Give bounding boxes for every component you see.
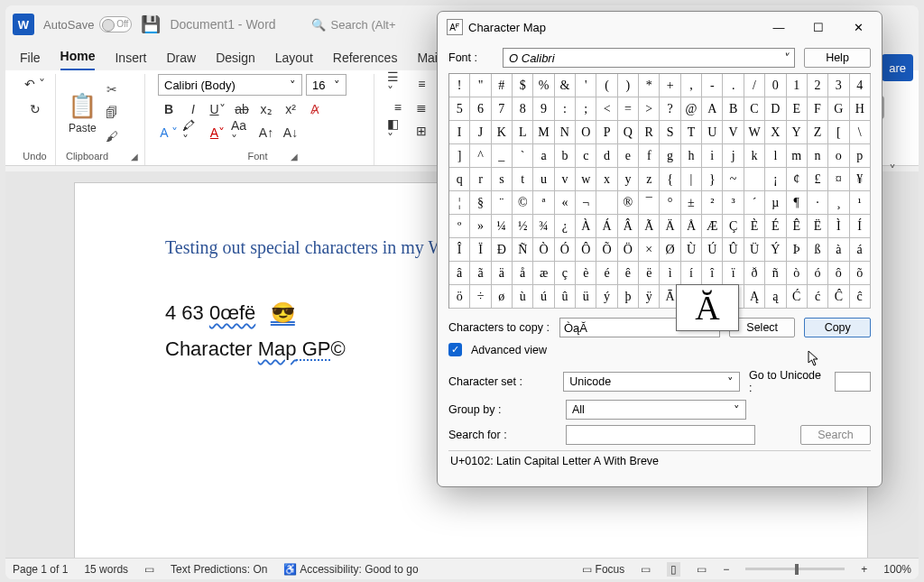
char-cell[interactable]: è [576, 262, 596, 285]
undo-button[interactable]: ↶ ˅ [24, 74, 46, 94]
char-cell[interactable]: y [618, 168, 639, 191]
char-cell[interactable]: Z [808, 121, 828, 144]
grow-font-button[interactable]: A↑ [255, 123, 277, 143]
char-cell[interactable]: å [513, 262, 533, 285]
char-cell[interactable]: ï [723, 262, 744, 285]
char-cell[interactable]: ö [449, 285, 470, 309]
char-cell[interactable]: % [533, 74, 554, 97]
char-cell[interactable]: u [533, 168, 554, 191]
char-cell[interactable]: · [808, 191, 828, 215]
char-cell[interactable]: ó [808, 262, 828, 285]
char-cell[interactable]: V [723, 121, 744, 144]
zoom-slider[interactable] [745, 568, 845, 570]
change-case-button[interactable]: Aa ˅ [231, 123, 253, 143]
bullets-button[interactable]: ☰ ˅ [387, 74, 409, 94]
char-cell[interactable]: 9 [533, 97, 554, 121]
clear-formatting-button[interactable]: A̷ [304, 99, 326, 119]
char-cell[interactable]: 7 [492, 97, 513, 121]
char-cell[interactable]: © [513, 191, 533, 215]
underline-button[interactable]: U ˅ [207, 99, 228, 119]
status-focus[interactable]: ▭ Focus [582, 563, 624, 576]
char-cell[interactable]: ¥ [850, 168, 871, 191]
char-cell[interactable]: * [639, 74, 660, 97]
char-cell[interactable]: 3 [828, 74, 849, 97]
char-cell[interactable]: ê [618, 262, 639, 285]
char-cell[interactable]: E [787, 97, 808, 121]
char-cell[interactable]: v [555, 168, 576, 191]
char-cell[interactable]: ³ [723, 191, 744, 215]
char-cell[interactable]: t [513, 168, 533, 191]
dialog-launcher-icon[interactable]: ◢ [131, 152, 138, 162]
zoom-in-button[interactable]: + [861, 563, 867, 576]
char-cell[interactable]: J [470, 121, 491, 144]
char-cell[interactable]: â [449, 262, 470, 285]
numbering-button[interactable]: ≡ [411, 74, 433, 94]
char-cell[interactable]: Ą [744, 285, 765, 309]
char-cell[interactable]: ? [660, 97, 680, 121]
char-cell[interactable]: " [470, 74, 491, 97]
char-cell[interactable]: n [808, 144, 828, 168]
char-cell[interactable]: ¬ [576, 191, 596, 215]
view-read-icon[interactable]: ▭ [641, 563, 651, 576]
char-cell[interactable]: Q [618, 121, 639, 144]
minimize-button[interactable]: — [759, 14, 799, 41]
char-cell[interactable]: ô [828, 262, 849, 285]
char-cell[interactable]: P [596, 121, 617, 144]
char-cell[interactable]: r [470, 168, 491, 191]
char-cell[interactable]: Ê [787, 215, 808, 238]
char-cell[interactable]: - [702, 74, 723, 97]
share-button[interactable]: are [882, 54, 913, 81]
char-cell[interactable]: ß [808, 238, 828, 262]
char-cell[interactable]: ñ [765, 262, 786, 285]
char-cell[interactable]: 0 [765, 74, 786, 97]
char-cell[interactable]: ù [513, 285, 533, 309]
char-cell[interactable]: ½ [513, 215, 533, 238]
status-proofing-icon[interactable]: ▭ [144, 563, 154, 576]
char-cell[interactable]: e [618, 144, 639, 168]
font-size-select[interactable]: 16˅ [306, 74, 346, 96]
char-cell[interactable]: \ [850, 121, 871, 144]
status-predictions[interactable]: Text Predictions: On [171, 563, 267, 576]
char-cell[interactable]: À [576, 215, 596, 238]
groupby-dropdown[interactable]: All˅ [566, 400, 746, 420]
char-cell[interactable]: Ù [681, 238, 702, 262]
char-cell[interactable]: q [449, 168, 470, 191]
char-cell[interactable]: ą [765, 285, 786, 309]
char-cell[interactable]: ¤ [828, 168, 849, 191]
char-cell[interactable]: ° [660, 191, 680, 215]
char-cell[interactable]: Ò [533, 238, 554, 262]
char-cell[interactable]: Ì [828, 215, 849, 238]
char-cell[interactable]: ú [533, 285, 554, 309]
char-cell[interactable]: Â [618, 215, 639, 238]
char-cell[interactable]: d [596, 144, 617, 168]
dialog-launcher-icon[interactable]: ◢ [291, 152, 298, 162]
char-cell[interactable]: ý [596, 285, 617, 309]
char-cell[interactable]: ¸ [828, 191, 849, 215]
char-cell[interactable]: Ñ [513, 238, 533, 262]
char-cell[interactable]: j [723, 144, 744, 168]
char-cell[interactable]: [ [828, 121, 849, 144]
char-cell[interactable]: ^ [470, 144, 491, 168]
char-cell[interactable]: Ë [808, 215, 828, 238]
italic-button[interactable]: I [182, 99, 204, 119]
char-cell[interactable]: ¯ [639, 191, 660, 215]
char-cell[interactable]: s [492, 168, 513, 191]
char-cell[interactable]: Î [449, 238, 470, 262]
char-cell[interactable]: ¨ [492, 191, 513, 215]
char-cell[interactable]: Ð [492, 238, 513, 262]
char-cell[interactable]: O [576, 121, 596, 144]
char-cell[interactable]: c [576, 144, 596, 168]
paste-button[interactable]: 📋 Paste [69, 91, 97, 134]
char-cell[interactable]: & [555, 74, 576, 97]
view-print-icon[interactable]: ▯ [667, 562, 680, 577]
char-cell[interactable]: Ï [470, 238, 491, 262]
char-cell[interactable]: ® [618, 191, 639, 215]
tab-draw[interactable]: Draw [166, 51, 196, 70]
search-button[interactable]: Search [800, 425, 871, 445]
char-cell[interactable]: × [639, 238, 660, 262]
char-cell[interactable]: ë [639, 262, 660, 285]
char-cell[interactable]: £ [808, 168, 828, 191]
char-cell[interactable]: à [828, 238, 849, 262]
char-cell[interactable]: á [850, 238, 871, 262]
copy-button[interactable]: 🗐 [102, 103, 122, 123]
